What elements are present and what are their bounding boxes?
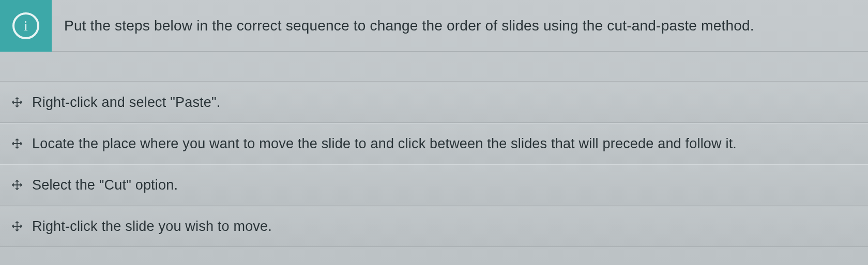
step-text: Right-click the slide you wish to move.: [32, 219, 272, 235]
sequence-question-container: i Put the steps below in the correct seq…: [0, 0, 868, 265]
info-icon: i: [12, 12, 39, 39]
info-badge: i: [0, 0, 52, 52]
instruction-row: i Put the steps below in the correct seq…: [0, 0, 868, 52]
spacer: [0, 52, 868, 82]
info-icon-letter: i: [24, 18, 28, 34]
step-text: Right-click and select "Paste".: [32, 95, 221, 111]
step-row[interactable]: Right-click and select "Paste".: [0, 82, 868, 123]
step-text: Locate the place where you want to move …: [32, 136, 737, 152]
step-row[interactable]: Right-click the slide you wish to move.: [0, 206, 868, 247]
step-row[interactable]: Locate the place where you want to move …: [0, 123, 868, 164]
move-arrows-icon[interactable]: [11, 138, 23, 149]
step-row[interactable]: Select the "Cut" option.: [0, 164, 868, 206]
move-arrows-icon[interactable]: [11, 97, 23, 108]
instruction-text: Put the steps below in the correct seque…: [52, 18, 754, 34]
move-arrows-icon[interactable]: [11, 221, 23, 232]
step-text: Select the "Cut" option.: [32, 177, 178, 193]
move-arrows-icon[interactable]: [11, 179, 23, 191]
